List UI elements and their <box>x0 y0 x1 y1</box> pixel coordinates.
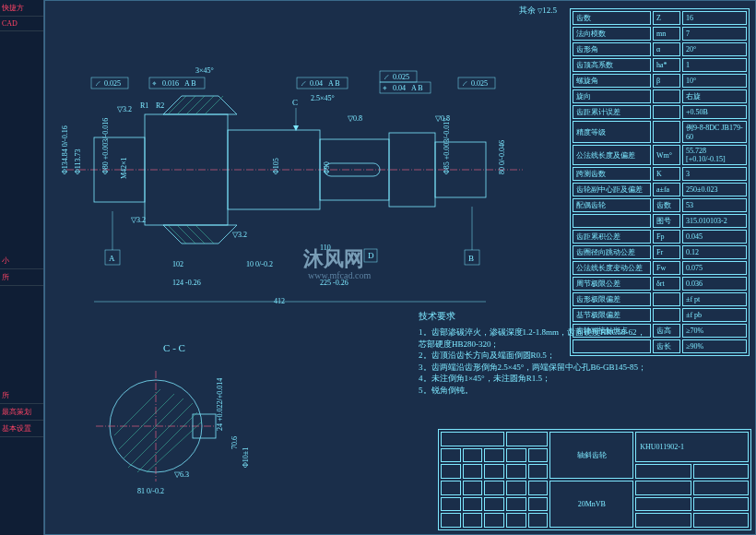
svg-line-3 <box>168 96 186 114</box>
svg-text:⌖: ⌖ <box>383 84 387 92</box>
svg-text:D: D <box>368 251 374 260</box>
svg-text:Φ90: Φ90 <box>323 161 331 174</box>
svg-line-9 <box>177 225 195 244</box>
svg-text:M42×1: M42×1 <box>120 157 128 179</box>
svg-text:70.6: 70.6 <box>230 436 239 449</box>
svg-text:▽0.8: ▽0.8 <box>435 114 450 123</box>
svg-line-4 <box>177 96 195 114</box>
svg-text:A B: A B <box>411 84 423 92</box>
svg-text:R2: R2 <box>156 101 164 110</box>
svg-text:⟋: ⟋ <box>94 79 101 88</box>
svg-text:C: C <box>292 98 298 107</box>
svg-line-7 <box>205 96 223 114</box>
svg-text:2.5×45°: 2.5×45° <box>311 94 335 102</box>
svg-text:10 0/-0.2: 10 0/-0.2 <box>246 260 273 268</box>
sidebar-tab[interactable]: 基本设置 <box>0 421 43 437</box>
svg-text:24 +0.022/+0.014: 24 +0.022/+0.014 <box>216 378 224 431</box>
svg-line-80 <box>137 412 197 472</box>
svg-text:▽0.8: ▽0.8 <box>348 114 362 123</box>
technical-requirements: 技术要求 1。齿部渗碳淬火，渗碳深度1.2-1.8mm，齿面硬度HRC58-62… <box>419 310 649 397</box>
svg-line-5 <box>186 96 205 114</box>
svg-text:▽3.2: ▽3.2 <box>131 216 146 224</box>
svg-text:0.016: 0.016 <box>162 79 179 88</box>
svg-text:81 0/-0.2: 81 0/-0.2 <box>137 487 164 495</box>
svg-text:Φ85 +0.003/-0.017: Φ85 +0.003/-0.017 <box>443 118 451 174</box>
svg-text:A B: A B <box>328 79 340 88</box>
svg-text:0.025: 0.025 <box>393 73 409 81</box>
svg-line-78 <box>128 403 193 468</box>
svg-text:Φ105: Φ105 <box>272 158 280 174</box>
svg-text:102: 102 <box>172 260 183 268</box>
svg-text:⟋: ⟋ <box>383 73 390 81</box>
svg-text:3×45°: 3×45° <box>195 66 214 75</box>
svg-text:Φ113.73: Φ113.73 <box>74 149 82 174</box>
sidebar-tab[interactable]: 最高策划 <box>0 404 43 421</box>
svg-line-82 <box>147 422 202 472</box>
svg-text:0.025: 0.025 <box>104 79 121 88</box>
gear-parameters-table: 齿数Z16法向模数mn7齿形角α20°齿顶高系数ha*1螺旋角β10°旋向右旋齿… <box>570 8 750 356</box>
svg-text:⟋: ⟋ <box>300 79 307 88</box>
svg-text:⌖: ⌖ <box>152 79 157 88</box>
svg-line-8 <box>168 225 186 244</box>
svg-text:0.04: 0.04 <box>393 84 406 92</box>
svg-text:80 0/-0.046: 80 0/-0.046 <box>498 140 506 174</box>
svg-line-77 <box>124 398 183 458</box>
svg-text:▽3.2: ▽3.2 <box>117 105 132 113</box>
svg-text:▽3.2: ▽3.2 <box>232 231 247 239</box>
svg-text:Φ134.84 0/-0.16: Φ134.84 0/-0.16 <box>61 125 69 174</box>
svg-line-79 <box>119 394 174 449</box>
drawing-canvas: 其余 ▽12.5 齿数Z16法向模数mn7齿形角α20°齿顶高系数ha*1螺旋角… <box>44 0 756 535</box>
svg-text:Φ80 +0.003/-0.016: Φ80 +0.003/-0.016 <box>101 118 110 174</box>
svg-text:⟋: ⟋ <box>461 79 468 88</box>
svg-text:B: B <box>468 254 474 263</box>
sidebar-tab[interactable]: 所 <box>0 269 43 286</box>
sidebar-tab[interactable]: 所 <box>0 387 43 404</box>
svg-text:▽6.3: ▽6.3 <box>174 470 189 479</box>
svg-line-10 <box>186 225 205 244</box>
section-c-c: C - C 81 0/-0.2 24 +0.022/+0.014 70.6 Φ1… <box>82 342 266 499</box>
sidebar-tab-cad[interactable]: CAD <box>0 17 43 31</box>
svg-text:R1: R1 <box>140 101 148 110</box>
svg-text:0.04: 0.04 <box>310 79 323 88</box>
svg-text:0.025: 0.025 <box>471 79 488 88</box>
svg-line-6 <box>195 96 214 114</box>
svg-text:124 -0.26: 124 -0.26 <box>172 279 201 287</box>
svg-text:A: A <box>109 254 115 263</box>
svg-text:412: 412 <box>274 297 285 305</box>
svg-text:Φ10±1: Φ10±1 <box>242 447 250 468</box>
svg-line-11 <box>195 225 214 244</box>
sidebar-tab[interactable]: 快捷方 <box>0 0 43 17</box>
svg-text:A B: A B <box>184 79 196 88</box>
watermark-url: www.mfcad.com <box>308 270 371 280</box>
sidebar-tab[interactable]: 小 <box>0 253 43 269</box>
title-block: 轴斜齿轮KHU011902-1 20MnVB <box>438 429 751 530</box>
watermark-logo: 沐风网 <box>303 245 364 273</box>
